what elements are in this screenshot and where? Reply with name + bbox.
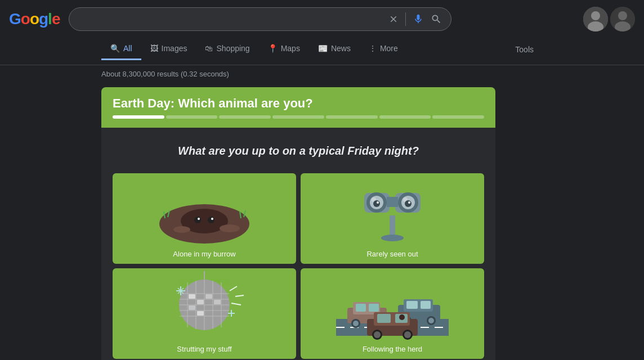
google-logo[interactable]: Google (9, 10, 60, 28)
svg-point-71 (353, 321, 359, 326)
quiz-option-label-disco: Strutting my stuff (172, 345, 236, 353)
quiz-question: What are you up to on a typical Friday n… (113, 145, 484, 158)
progress-seg-1 (113, 115, 164, 119)
quiz-option-image-herd (301, 268, 484, 341)
tools-button[interactable]: Tools (506, 40, 543, 58)
progress-seg-7 (432, 115, 484, 119)
svg-point-14 (220, 224, 240, 232)
svg-point-1 (591, 11, 600, 20)
images-icon: 🖼 (150, 44, 158, 53)
svg-point-33 (377, 201, 379, 204)
maps-icon: 📍 (268, 44, 278, 53)
quiz-title: Earth Day: Which animal are you? (113, 96, 484, 111)
tab-all[interactable]: 🔍 All (101, 38, 141, 60)
quiz-option-label-binoculars: Rarely seen out (362, 250, 422, 258)
quiz-option-burrow[interactable]: Alone in my burrow (113, 173, 296, 264)
svg-point-81 (428, 318, 434, 323)
svg-rect-68 (356, 304, 366, 312)
search-button[interactable] (431, 14, 442, 25)
tab-maps[interactable]: 📍 Maps (259, 38, 309, 60)
tab-news[interactable]: 📰 News (309, 38, 360, 60)
svg-point-88 (374, 331, 381, 338)
nav-tabs: 🔍 All 🖼 Images 🛍 Shopping 📍 Maps 📰 News … (0, 34, 644, 65)
profile-avatars (583, 7, 635, 32)
svg-point-12 (211, 218, 213, 220)
svg-point-9 (194, 217, 201, 223)
svg-rect-48 (189, 294, 195, 299)
quiz-widget: Earth Day: Which animal are you? What ar… (101, 87, 495, 360)
progress-seg-6 (379, 115, 431, 119)
quiz-option-binoculars[interactable]: Rarely seen out (301, 173, 484, 264)
progress-seg-4 (272, 115, 324, 119)
svg-point-90 (404, 331, 411, 338)
svg-point-4 (618, 11, 627, 20)
tab-images[interactable]: 🖼 Images (141, 38, 196, 60)
svg-point-31 (373, 200, 380, 207)
quiz-option-label-burrow: Alone in my burrow (168, 250, 240, 258)
tab-shopping[interactable]: 🛍 Shopping (196, 38, 258, 60)
search-bar[interactable]: kuis hari bumi (69, 7, 451, 31)
quiz-option-image-disco (113, 268, 296, 341)
quiz-body: What are you up to on a typical Friday n… (101, 128, 495, 360)
progress-bar (113, 115, 484, 119)
svg-rect-76 (406, 301, 418, 309)
svg-rect-49 (197, 300, 204, 304)
svg-point-21 (381, 235, 404, 241)
svg-rect-69 (369, 304, 379, 312)
svg-rect-77 (421, 301, 431, 309)
svg-point-10 (208, 217, 214, 223)
svg-rect-53 (197, 311, 204, 316)
search-input[interactable]: kuis hari bumi (78, 14, 384, 24)
quiz-option-label-herd: Following the herd (358, 345, 427, 353)
news-icon: 📰 (318, 44, 328, 53)
svg-rect-51 (214, 300, 221, 304)
quiz-option-disco[interactable]: Strutting my stuff (113, 268, 296, 359)
svg-point-34 (408, 201, 410, 204)
divider (405, 12, 406, 26)
shopping-icon: 🛍 (205, 44, 213, 53)
tab-more[interactable]: ⋮ More (360, 38, 407, 60)
svg-rect-50 (205, 294, 212, 299)
more-icon: ⋮ (369, 44, 377, 53)
svg-rect-84 (377, 314, 391, 323)
voice-search-button[interactable] (413, 14, 424, 25)
progress-seg-5 (326, 115, 378, 119)
quiz-header: Earth Day: Which animal are you? (101, 87, 495, 128)
quiz-option-herd[interactable]: Following the herd (301, 268, 484, 359)
avatar-2[interactable] (610, 7, 635, 32)
search-icons (388, 12, 442, 26)
progress-seg-3 (219, 115, 271, 119)
avatar-1[interactable] (583, 7, 608, 32)
svg-rect-24 (387, 197, 398, 207)
svg-rect-52 (189, 305, 195, 310)
header: Google kuis hari bumi (0, 0, 644, 32)
quiz-option-image-burrow (113, 173, 296, 246)
clear-search-button[interactable] (388, 14, 399, 24)
main-content: Earth Day: Which animal are you? What ar… (0, 87, 644, 360)
search-icon: 🔍 (110, 44, 120, 53)
quiz-option-image-binoculars (301, 173, 484, 246)
svg-point-86 (399, 314, 405, 320)
results-count: About 8,300,000 results (0.32 seconds) (0, 65, 644, 83)
svg-point-13 (173, 226, 190, 233)
progress-seg-2 (166, 115, 218, 119)
quiz-options: Alone in my burrow (113, 173, 484, 359)
svg-point-32 (405, 200, 412, 207)
svg-point-11 (198, 218, 200, 220)
